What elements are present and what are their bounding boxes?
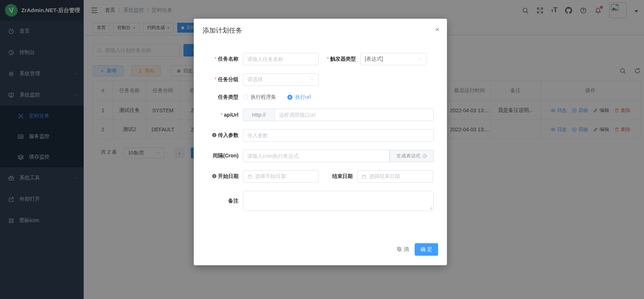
cron-input[interactable] [247, 153, 385, 159]
end-date-placeholder: 选择结束日期 [369, 173, 400, 180]
end-date-picker[interactable]: 选择结束日期 [357, 170, 433, 183]
form-row-name-trigger: 任务名称 触发器类型 [表达式] [203, 53, 438, 65]
form-row-remark: 备注 [203, 191, 438, 211]
task-group-label: 任务分组 [203, 76, 243, 83]
radio-assembly[interactable]: 执行程序集 [243, 94, 276, 101]
api-url-label: apiUrl [203, 112, 243, 118]
radio-label: 执行url [295, 94, 311, 101]
api-url-group: Http:// [243, 109, 434, 121]
task-name-box [243, 53, 319, 65]
task-name-label: 任务名称 [203, 56, 243, 62]
button-label: 生成表达式 [397, 153, 421, 159]
form-row-cron: 间隔(Cron) 生成表达式 [203, 150, 438, 162]
trigger-type-select[interactable]: [表达式] [360, 53, 426, 65]
radio-url[interactable]: 执行url [287, 94, 311, 101]
params-input[interactable] [247, 132, 429, 138]
trigger-type-value: [表达式] [365, 56, 383, 62]
clock-icon [422, 154, 427, 158]
http-prefix: Http:// [243, 109, 274, 121]
form-row-params: ?传入参数 [203, 129, 438, 142]
form-row-apiurl: apiUrl Http:// [203, 109, 438, 121]
task-group-select[interactable]: 请选择 [243, 73, 319, 86]
start-date-picker[interactable]: 选择开始日期 [243, 170, 319, 183]
api-url-input[interactable] [279, 112, 429, 118]
resize-grip-icon[interactable] [429, 207, 433, 210]
help-circle-icon[interactable]: ? [212, 174, 217, 180]
params-label-text: 传入参数 [218, 132, 239, 138]
remark-textarea[interactable] [243, 191, 433, 211]
task-group-placeholder: 请选择 [247, 76, 263, 83]
params-label: ?传入参数 [203, 132, 243, 139]
task-name-input[interactable] [247, 56, 314, 62]
add-task-dialog: 添加计划任务 × 任务名称 触发器类型 [表达式] 任务分组 请选择 任务类型 [194, 19, 447, 265]
radio-circle-icon [287, 95, 292, 100]
api-url-box [274, 109, 434, 121]
start-date-label: ?开始日期 [203, 173, 243, 180]
help-circle-icon[interactable]: ? [212, 132, 217, 139]
dialog-body: 任务名称 触发器类型 [表达式] 任务分组 请选择 任务类型 执行程序集 [194, 35, 447, 211]
cancel-button[interactable]: 取 消 [397, 246, 409, 253]
form-row-dates: ?开始日期 选择开始日期 结束日期 选择结束日期 [203, 170, 438, 183]
end-date-label: 结束日期 [319, 173, 357, 180]
form-row-type: 任务类型 执行程序集 执行url [203, 94, 438, 101]
cron-box [243, 150, 390, 162]
remark-label: 备注 [203, 198, 243, 204]
radio-label: 执行程序集 [251, 94, 276, 101]
remark-textarea-box [243, 191, 434, 211]
svg-text:?: ? [214, 134, 215, 137]
dialog-footer: 取 消 确 定 [397, 243, 438, 256]
calendar-icon [247, 174, 252, 179]
form-row-group: 任务分组 请选择 [203, 73, 438, 86]
close-icon[interactable]: × [435, 25, 440, 33]
task-type-label: 任务类型 [203, 94, 243, 101]
dialog-header: 添加计划任务 × [194, 19, 447, 35]
start-date-placeholder: 选择开始日期 [255, 173, 286, 180]
start-date-label-text: 开始日期 [218, 173, 239, 179]
svg-text:?: ? [214, 175, 215, 178]
params-box [243, 129, 434, 142]
dialog-title: 添加计划任务 [203, 27, 242, 34]
chevron-down-icon [310, 77, 314, 82]
radio-circle-icon [243, 95, 248, 100]
confirm-button[interactable]: 确 定 [415, 243, 438, 256]
generate-cron-button[interactable]: 生成表达式 [390, 150, 434, 162]
cron-label: 间隔(Cron) [203, 153, 243, 159]
cron-group: 生成表达式 [243, 150, 434, 162]
calendar-icon [361, 174, 367, 179]
trigger-type-label: 触发器类型 [319, 56, 360, 62]
chevron-down-icon [418, 57, 422, 61]
